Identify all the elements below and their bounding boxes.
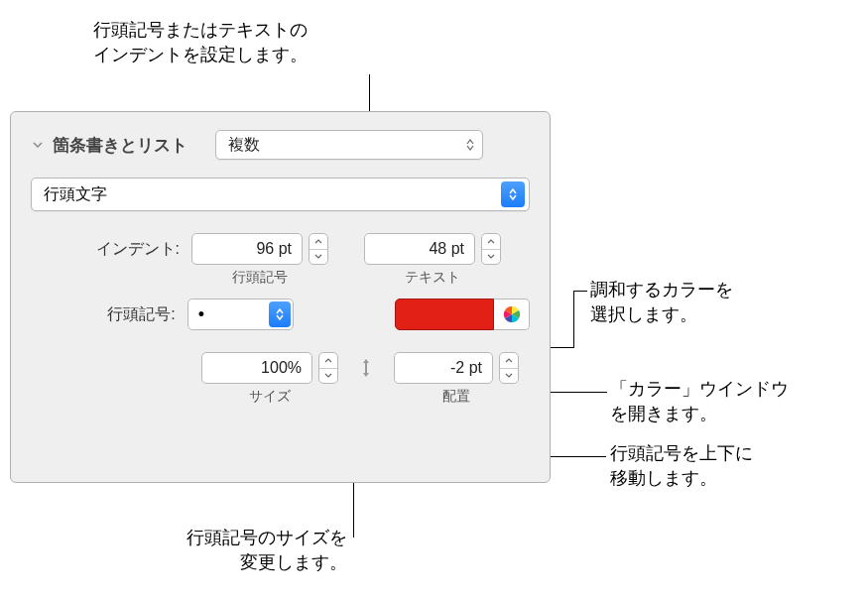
bullet-indent-value: 96 pt [256,240,292,258]
bullet-symbol-label: 行頭記号: [31,304,176,325]
bullet-indent-stepper[interactable] [309,233,328,265]
size-stepper[interactable] [318,352,338,384]
bullet-symbol-select[interactable]: • [187,299,294,330]
popup-arrows-icon [269,301,291,327]
stepper-up-icon[interactable] [500,353,518,369]
text-indent-value: 48 pt [429,240,464,258]
align-stepper[interactable] [499,352,519,384]
text-indent-sublabel: テキスト [364,269,501,287]
align-field[interactable]: -2 pt [394,352,493,384]
color-swatch[interactable] [395,299,494,330]
stepper-down-icon[interactable] [500,369,518,384]
stepper-up-icon[interactable] [310,234,327,250]
color-wheel-icon [502,304,522,324]
callout-match-color: 調和するカラーを 選択します。 [590,278,733,327]
svg-rect-1 [365,363,367,373]
indent-label: インデント: [31,233,180,260]
stepper-down-icon[interactable] [310,250,327,265]
stepper-down-icon[interactable] [482,250,500,265]
stepper-up-icon[interactable] [482,234,500,250]
bullet-indent-field[interactable]: 96 pt [191,233,303,265]
callout-indent: 行頭記号またはテキストの インデントを設定します。 [50,18,308,67]
stepper-down-icon[interactable] [319,369,337,384]
callout-color-window: 「カラー」ウインドウ を開きます。 [610,377,789,426]
callout-line [573,291,587,292]
text-indent-field[interactable]: 48 pt [364,233,475,265]
text-indent-stepper[interactable] [481,233,501,265]
size-field[interactable]: 100% [201,352,312,384]
section-title: 箇条書きとリスト [53,134,187,157]
list-style-select[interactable]: 複数 [215,130,483,160]
color-picker-button[interactable] [494,299,530,330]
popup-arrows-icon [501,181,525,207]
align-value: -2 pt [450,359,482,377]
bullet-type-select[interactable]: 行頭文字 [31,178,530,211]
vertical-align-icon [356,356,376,380]
size-sublabel: サイズ [201,388,338,406]
size-value: 100% [261,359,302,377]
callout-line [573,291,574,348]
callout-move-bullet: 行頭記号を上下に 移動します。 [610,441,753,491]
callout-line [545,456,606,457]
align-sublabel: 配置 [394,388,519,406]
callout-change-size: 行頭記号のサイズを 変更します。 [109,526,347,575]
list-style-value: 複数 [228,135,260,156]
bullet-type-value: 行頭文字 [44,184,107,205]
chevron-down-icon[interactable] [31,138,45,152]
inspector-panel: 箇条書きとリスト 複数 行頭文字 インデント: 96 pt [10,111,551,483]
bullet-symbol-value: • [198,304,204,325]
stepper-up-icon[interactable] [319,353,337,369]
popup-arrows-icon [466,139,474,151]
bullet-indent-sublabel: 行頭記号 [191,269,328,287]
